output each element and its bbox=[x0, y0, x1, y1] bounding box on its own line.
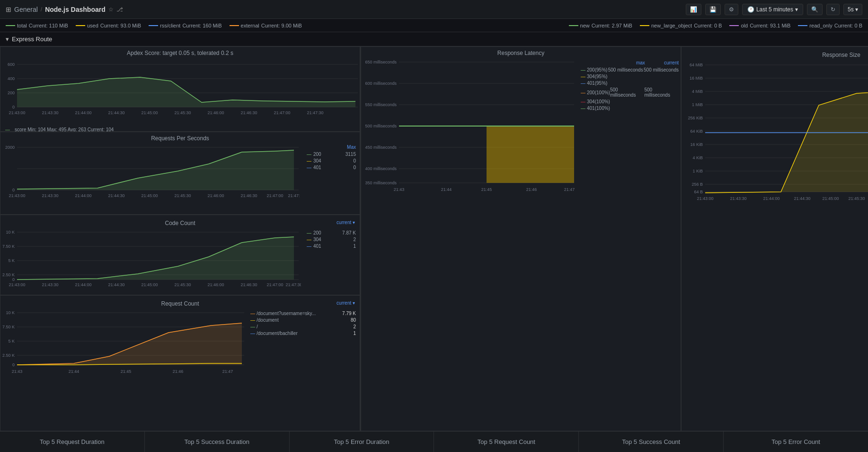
tab-error-duration[interactable]: Top 5 Error Duration bbox=[290, 432, 434, 452]
reqcount-chart-container: 10 K 7.50 K 5 K 2.50 K 0 21:43 21:44 2 bbox=[0, 309, 247, 382]
svg-text:600: 600 bbox=[8, 62, 15, 67]
svg-text:21:46:00: 21:46:00 bbox=[207, 193, 224, 198]
legend-item-rss: rss/client Current: 160 MiB bbox=[149, 23, 222, 28]
breadcrumb-sep: / bbox=[41, 6, 42, 13]
svg-text:21:43:00: 21:43:00 bbox=[9, 193, 25, 198]
svg-text:4 MiB: 4 MiB bbox=[692, 89, 703, 94]
svg-text:21:45:00: 21:45:00 bbox=[141, 193, 158, 198]
panel-button[interactable]: 📊 bbox=[686, 4, 701, 15]
tab-request-duration[interactable]: Top 5 Request Duration bbox=[0, 432, 145, 452]
left-panels: Apdex Score: target 0.05 s, tolerated 0.… bbox=[0, 46, 361, 431]
cc-legend-304: — 304 2 bbox=[307, 237, 356, 242]
size-chart-area: 64 MiB 16 MiB 4 MiB 1 MiB 256 KiB 64 KiB… bbox=[682, 60, 868, 207]
legend-item-used: used Current: 93.0 MiB bbox=[76, 23, 141, 28]
response-latency-panel: Response Latency 6 bbox=[361, 46, 681, 431]
share-icon[interactable]: ⎇ bbox=[116, 6, 123, 13]
tab-error-count[interactable]: Top 5 Error Count bbox=[724, 432, 868, 452]
svg-text:21:47:00: 21:47:00 bbox=[274, 110, 290, 115]
svg-text:21:47: 21:47 bbox=[564, 187, 575, 192]
svg-text:21:45:30: 21:45:30 bbox=[848, 196, 865, 201]
codecount-chart: 10 K 7.50 K 5 K 2.50 K 0 21:43:00 21:43:… bbox=[0, 228, 301, 288]
svg-text:21:44:30: 21:44:30 bbox=[108, 282, 124, 287]
svg-text:21:46: 21:46 bbox=[173, 369, 184, 374]
reqcount-badge[interactable]: current ▾ bbox=[337, 300, 355, 306]
legend-label-readonly: read_only bbox=[809, 23, 832, 28]
svg-text:21:43:00: 21:43:00 bbox=[697, 196, 713, 201]
legend-value-nlo: Current: 0 B bbox=[694, 23, 722, 28]
topbar: ⊞ General / Node.js Dashboard ☆ ⎇ 📊 💾 ⚙ … bbox=[0, 0, 868, 19]
svg-text:21:46:30: 21:46:30 bbox=[240, 110, 257, 115]
chevron-icon: ▾ bbox=[6, 36, 9, 43]
express-route-header[interactable]: ▾ Express Route bbox=[0, 32, 868, 46]
tab-success-count[interactable]: Top 5 Success Count bbox=[579, 432, 724, 452]
svg-text:400 milliseconds: 400 milliseconds bbox=[365, 166, 397, 171]
legend-value-readonly: Current: 0 B bbox=[834, 23, 862, 28]
rps-content: 2000 0 21:43:00 21:43:30 21:44:00 21:44:… bbox=[0, 143, 360, 204]
reqcount-content: 10 K 7.50 K 5 K 2.50 K 0 21:43 21:44 2 bbox=[0, 309, 360, 382]
codecount-badge[interactable]: current ▾ bbox=[337, 220, 355, 225]
legend-line-rss bbox=[149, 25, 158, 26]
svg-text:21:46:30: 21:46:30 bbox=[240, 193, 257, 198]
lat-leg-401-100: — 401(100%) bbox=[581, 106, 679, 111]
rps-legend-header: Max bbox=[307, 145, 356, 150]
svg-text:350 milliseconds: 350 milliseconds bbox=[365, 181, 397, 185]
svg-text:0: 0 bbox=[12, 188, 15, 192]
svg-marker-66 bbox=[17, 323, 242, 365]
save-button[interactable]: 💾 bbox=[705, 4, 721, 15]
svg-text:256 B: 256 B bbox=[691, 182, 703, 187]
svg-text:21:44:00: 21:44:00 bbox=[75, 110, 91, 115]
time-range-button[interactable]: 🕐 Last 5 minutes ▾ bbox=[742, 4, 803, 15]
svg-text:21:43: 21:43 bbox=[394, 187, 405, 192]
svg-text:4 KiB: 4 KiB bbox=[692, 155, 703, 160]
svg-text:21:46: 21:46 bbox=[526, 187, 537, 192]
legend-label-old: old bbox=[741, 23, 748, 28]
star-icon[interactable]: ☆ bbox=[108, 6, 114, 13]
reqcount-panel: Request Count current ▾ 10 K 7.50 K 5 K … bbox=[0, 295, 360, 431]
cc-legend-401: — 401 1 bbox=[307, 244, 356, 249]
reqcount-legend: — /document?username=sky... 7.79 K — /do… bbox=[247, 309, 360, 382]
codecount-content: 10 K 7.50 K 5 K 2.50 K 0 21:43:00 21:43:… bbox=[0, 228, 360, 288]
refresh-button[interactable]: ↻ bbox=[826, 4, 840, 15]
legend-label-new: new bbox=[580, 23, 590, 28]
svg-text:21:44: 21:44 bbox=[69, 369, 80, 374]
svg-text:64 KiB: 64 KiB bbox=[690, 129, 703, 134]
settings-button[interactable]: ⚙ bbox=[725, 4, 738, 15]
tab-request-count[interactable]: Top 5 Request Count bbox=[434, 432, 579, 452]
latency-legend: max current — 200(95%) 500 milliseconds … bbox=[579, 57, 681, 204]
svg-text:21:43: 21:43 bbox=[12, 369, 23, 374]
svg-text:21:44:30: 21:44:30 bbox=[108, 110, 124, 115]
svg-text:0: 0 bbox=[12, 105, 15, 109]
svg-text:400: 400 bbox=[8, 76, 15, 81]
svg-text:5 K: 5 K bbox=[8, 339, 15, 344]
svg-marker-8 bbox=[17, 77, 355, 107]
legend-line-readonly bbox=[798, 25, 807, 26]
legend-line-nlo bbox=[640, 25, 649, 26]
legend-label-rss: rss/client bbox=[160, 23, 180, 28]
interval-label: 5s bbox=[848, 6, 854, 13]
svg-text:21:45:30: 21:45:30 bbox=[174, 193, 191, 198]
svg-text:21:47:00: 21:47:00 bbox=[266, 193, 283, 198]
latency-chart-area: 650 milliseconds 600 milliseconds 550 mi… bbox=[361, 57, 579, 204]
legend-value-old: Current: 93.1 MiB bbox=[750, 23, 790, 28]
svg-text:21:44:00: 21:44:00 bbox=[75, 193, 91, 198]
rps-legend-304: — 304 0 bbox=[307, 158, 356, 163]
tab-success-count-label: Top 5 Success Count bbox=[622, 438, 680, 445]
legend-item-old: old Current: 93.1 MiB bbox=[729, 23, 790, 28]
apdex-legend-text: score Min: 104 Max: 495 Avg: 263 Current… bbox=[15, 127, 114, 132]
svg-text:64 B: 64 B bbox=[694, 190, 703, 194]
svg-text:0: 0 bbox=[12, 362, 15, 367]
lat-leg-401-95: — 401(95%) bbox=[581, 81, 679, 86]
response-size-header: Response Size current ▾ bbox=[682, 47, 868, 60]
svg-text:21:45:30: 21:45:30 bbox=[174, 282, 191, 287]
response-size-title: Response Size bbox=[822, 49, 860, 59]
lat-leg-200-95: — 200(95%) 500 milliseconds 500 millisec… bbox=[581, 67, 679, 72]
rps-panel: Requests Per Seconds 2000 0 21:43:00 bbox=[0, 132, 360, 215]
zoom-out-button[interactable]: 🔍 bbox=[807, 4, 823, 15]
apdex-chart: 600 400 200 0 21:43:00 21:43:30 21:44:00… bbox=[0, 57, 360, 126]
main-content: Apdex Score: target 0.05 s, tolerated 0.… bbox=[0, 46, 868, 431]
interval-button[interactable]: 5s ▾ bbox=[843, 4, 862, 15]
legend-item-readonly: read_only Current: 0 B bbox=[798, 23, 862, 28]
tab-success-duration[interactable]: Top 5 Success Duration bbox=[145, 432, 290, 452]
legend-item-total: total Current: 110 MiB bbox=[6, 23, 68, 28]
right-panels: Response Latency 6 bbox=[361, 46, 868, 431]
